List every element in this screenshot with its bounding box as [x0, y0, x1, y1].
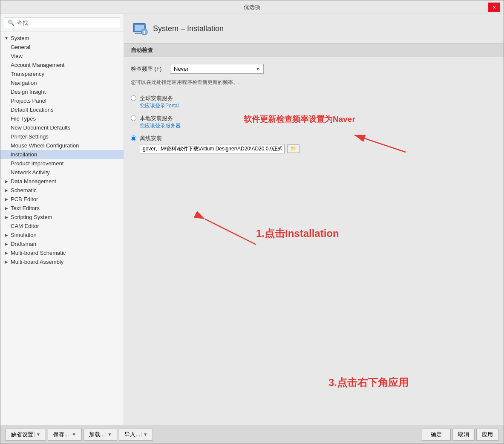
- radio-global: 全球安装服务 您应该登录Portal: [131, 95, 497, 110]
- sidebar-item-default-locations[interactable]: Default Locations: [0, 105, 124, 114]
- sidebar-item-design-insight[interactable]: Design Insight: [0, 87, 124, 96]
- annotation-step3: 3.点击右下角应用: [328, 376, 409, 389]
- sidebar-item-system[interactable]: ▼ System: [0, 34, 124, 43]
- freq-dropdown[interactable]: Never ▼: [170, 64, 264, 74]
- freq-value: Never: [174, 66, 189, 72]
- radio-offline-label: 离线安装: [140, 135, 300, 142]
- radio-offline: 离线安装 📁: [131, 135, 497, 153]
- svg-line-8: [205, 219, 256, 245]
- import-button[interactable]: 导入... ▼: [119, 429, 153, 441]
- panel-content: 自动检查 检查频率 (F) Never ▼ 您可以在此处指定应用程序检查新更新的…: [124, 43, 504, 425]
- sidebar-item-transparency[interactable]: Transparency: [0, 69, 124, 78]
- defaults-dropdown-arrow[interactable]: ▼: [34, 432, 40, 437]
- panel-title: System – Installation: [153, 24, 224, 33]
- sidebar-tree: ▼ System General View Account Management…: [0, 32, 124, 425]
- expand-icon-scripting-system: ▶: [4, 215, 9, 220]
- sidebar-item-mouse-wheel[interactable]: Mouse Wheel Configuration: [0, 141, 124, 150]
- annotation-step1: 1.点击Installation: [256, 227, 339, 287]
- offline-path-row: 📁: [140, 144, 300, 153]
- panel-header: ⬆ System – Installation: [124, 14, 504, 43]
- titlebar: 优选项 ×: [0, 0, 504, 14]
- search-icon: 🔍: [8, 20, 14, 26]
- radio-local: 本地安装服务 您应该登录服务器: [131, 115, 497, 130]
- expand-icon-draftsman: ▶: [4, 242, 9, 247]
- ok-button[interactable]: 确定: [422, 429, 451, 441]
- bottom-bar: 缺省设置 ▼ 保存... ▼ 加载... ▼ 导入... ▼ 确定 取消 应用: [0, 425, 504, 444]
- radio-local-link[interactable]: 您应该登录服务器: [140, 122, 181, 130]
- annotation-step1-text: 1.点击Installation: [256, 228, 339, 239]
- browse-button[interactable]: 📁: [287, 144, 300, 153]
- sidebar-item-installation[interactable]: Installation: [0, 150, 124, 159]
- sidebar-item-view[interactable]: View: [0, 52, 124, 61]
- search-bar: 🔍: [0, 14, 124, 32]
- sidebar-item-cam-editor[interactable]: CAM Editor: [0, 222, 124, 231]
- main-panel: ⬆ System – Installation 自动检查 检查频率 (F) Ne…: [124, 14, 504, 425]
- sidebar-item-account-management[interactable]: Account Management: [0, 61, 124, 69]
- section-header: 自动检查: [124, 43, 504, 57]
- radio-group: 全球安装服务 您应该登录Portal 本地安装服务 您应该登录服务器: [124, 91, 504, 157]
- sidebar-item-new-document-defaults[interactable]: New Document Defaults: [0, 123, 124, 132]
- search-container[interactable]: 🔍: [4, 17, 120, 28]
- content-area: 🔍 ▼ System General View Account Manageme…: [0, 14, 504, 425]
- close-button[interactable]: ×: [488, 3, 500, 12]
- annotation-step3-text: 3.点击右下角应用: [328, 377, 409, 388]
- radio-offline-input[interactable]: [131, 136, 136, 141]
- load-button[interactable]: 加载... ▼: [84, 429, 118, 441]
- apply-button[interactable]: 应用: [476, 429, 498, 441]
- sidebar-item-multi-board-schematic[interactable]: ▶ Multi-board Schematic: [0, 248, 124, 257]
- radio-local-label: 本地安装服务: [140, 115, 181, 122]
- sidebar-item-pcb-editor[interactable]: ▶ PCB Editor: [0, 195, 124, 204]
- expand-icon-multi-board-schematic: ▶: [4, 251, 9, 256]
- sidebar: 🔍 ▼ System General View Account Manageme…: [0, 14, 124, 425]
- expand-icon-data-management: ▶: [4, 179, 9, 184]
- sidebar-item-schematic[interactable]: ▶ Schematic: [0, 186, 124, 195]
- auto-check-section: 自动检查 检查频率 (F) Never ▼ 您可以在此处指定应用程序检查新更新的…: [124, 43, 504, 157]
- sidebar-item-network-activity[interactable]: Network Activity: [0, 168, 124, 177]
- defaults-button[interactable]: 缺省设置 ▼: [6, 429, 46, 441]
- expand-icon-pcb-editor: ▶: [4, 197, 9, 202]
- sidebar-item-data-management[interactable]: ▶ Data Management: [0, 177, 124, 186]
- save-dropdown-arrow[interactable]: ▼: [70, 432, 76, 437]
- search-input[interactable]: [17, 20, 116, 26]
- save-button[interactable]: 保存... ▼: [48, 429, 82, 441]
- sidebar-item-projects-panel[interactable]: Projects Panel: [0, 96, 124, 105]
- sidebar-item-printer-settings[interactable]: Printer Settings: [0, 132, 124, 141]
- sidebar-item-simulation[interactable]: ▶ Simulation: [0, 231, 124, 239]
- radio-global-link[interactable]: 您应该登录Portal: [140, 102, 179, 110]
- sidebar-item-navigation[interactable]: Navigation: [0, 78, 124, 87]
- radio-global-label: 全球安装服务: [140, 95, 179, 102]
- sidebar-item-multi-board-assembly[interactable]: ▶ Multi-board Assembly: [0, 257, 124, 266]
- svg-text:⬆: ⬆: [143, 30, 146, 35]
- sidebar-item-scripting-system[interactable]: ▶ Scripting System: [0, 213, 124, 222]
- expand-icon-text-editors: ▶: [4, 206, 9, 211]
- sidebar-item-general[interactable]: General: [0, 43, 124, 52]
- frequency-row: 检查频率 (F) Never ▼: [124, 62, 504, 75]
- dropdown-arrow-icon: ▼: [256, 66, 260, 71]
- expand-icon-system: ▼: [4, 36, 9, 41]
- sidebar-item-draftsman[interactable]: ▶ Draftsman: [0, 239, 124, 248]
- radio-local-input[interactable]: [131, 115, 136, 121]
- panel-icon: ⬆: [132, 21, 148, 36]
- expand-icon-simulation: ▶: [4, 233, 9, 238]
- main-window: 优选项 × 🔍 ▼ System General View: [0, 0, 504, 444]
- freq-label: 检查频率 (F): [131, 65, 165, 73]
- window-title: 优选项: [16, 3, 488, 11]
- sidebar-item-product-improvement[interactable]: Product Improvement: [0, 159, 124, 168]
- offline-path-input[interactable]: [140, 144, 285, 153]
- radio-global-input[interactable]: [131, 95, 136, 101]
- expand-icon-multi-board-assembly: ▶: [4, 259, 9, 265]
- sidebar-item-file-types[interactable]: File Types: [0, 114, 124, 123]
- cancel-button[interactable]: 取消: [452, 429, 475, 441]
- import-dropdown-arrow[interactable]: ▼: [141, 432, 147, 437]
- load-dropdown-arrow[interactable]: ▼: [106, 432, 112, 437]
- note-text: 您可以在此处指定应用程序检查新更新的频率。.: [124, 77, 504, 91]
- expand-icon-schematic: ▶: [4, 188, 9, 193]
- sidebar-item-text-editors[interactable]: ▶ Text Editors: [0, 204, 124, 213]
